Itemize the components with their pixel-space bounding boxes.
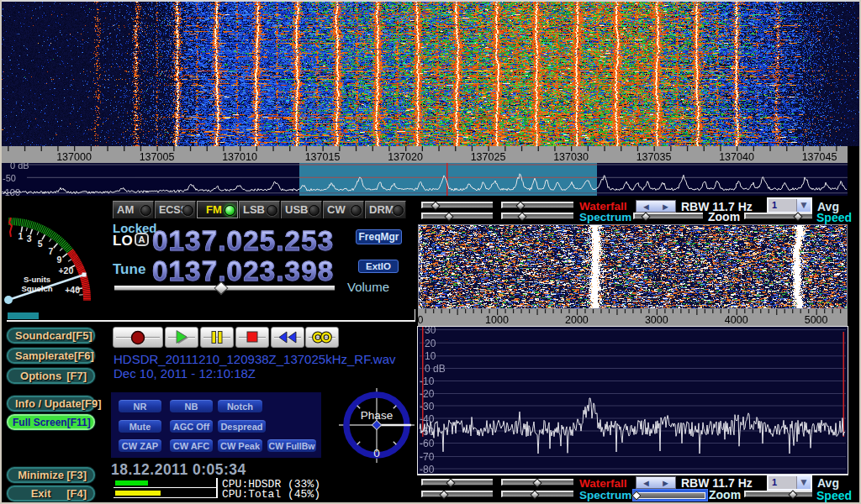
- svg-text:0: 0: [373, 447, 380, 459]
- svg-text:3: 3: [27, 234, 32, 244]
- svg-text:Phase: Phase: [361, 409, 393, 422]
- svg-text:Squelch: Squelch: [22, 284, 53, 293]
- svg-text:9: 9: [57, 255, 62, 265]
- svg-text:1: 1: [18, 231, 23, 241]
- svg-text:+20: +20: [58, 265, 73, 276]
- svg-text:7: 7: [49, 246, 54, 256]
- svg-text:5: 5: [38, 239, 43, 249]
- svg-text:+40: +40: [65, 285, 80, 295]
- svg-text:S-units: S-units: [24, 275, 50, 284]
